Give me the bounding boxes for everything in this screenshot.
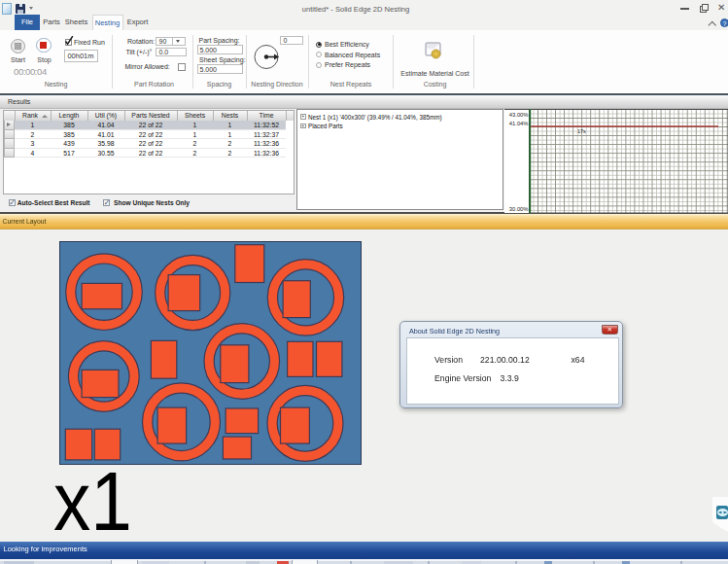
- svg-text:17s: 17s: [577, 127, 586, 133]
